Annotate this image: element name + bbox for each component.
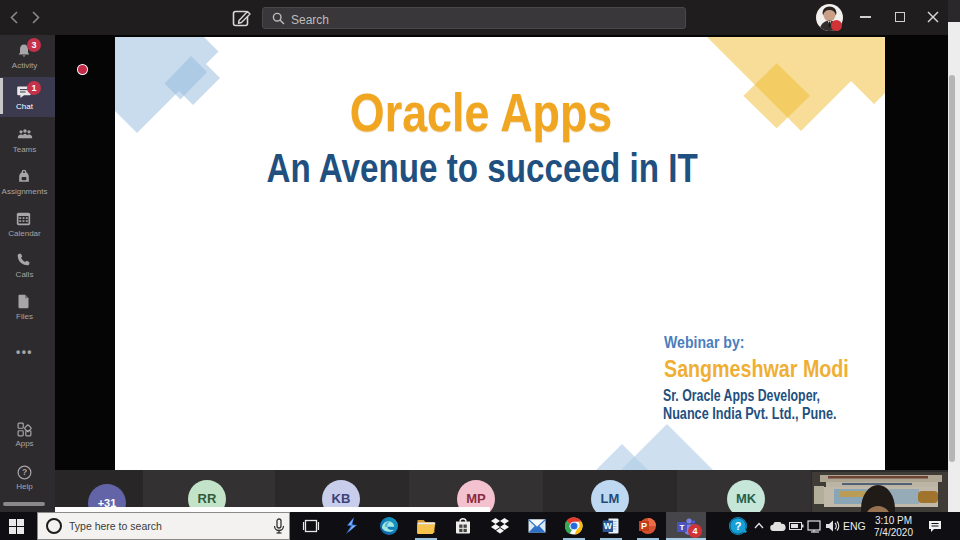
svg-text:?: ? xyxy=(22,467,27,477)
svg-text:P: P xyxy=(640,521,646,531)
svg-text:T: T xyxy=(680,523,685,532)
svg-text:W: W xyxy=(603,521,612,531)
svg-text:?: ? xyxy=(735,520,742,532)
